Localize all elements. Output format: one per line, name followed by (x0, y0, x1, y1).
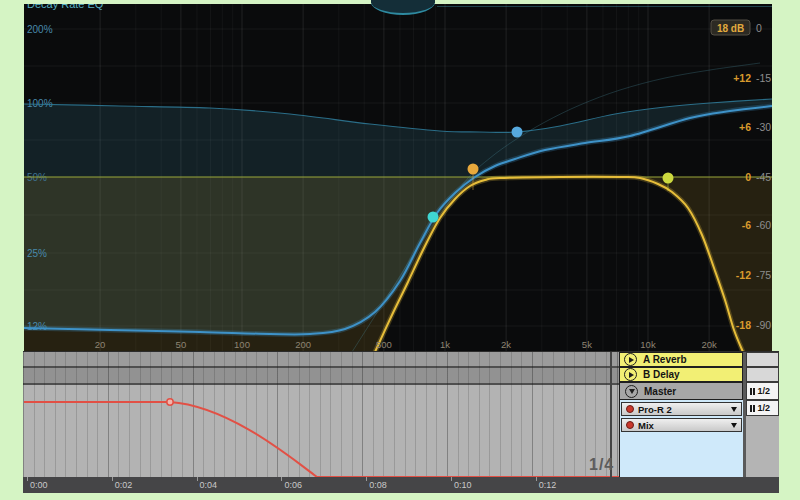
beat-value-box[interactable]: 1/2 (746, 400, 779, 416)
decay-node-low[interactable] (428, 212, 439, 223)
freq-tick-label: 200 (295, 339, 311, 350)
beat-value-label: 1/2 (758, 386, 771, 396)
ruler-time-label: 0:10 (454, 480, 472, 490)
automation-line[interactable] (24, 402, 619, 477)
parameter-chooser-mix[interactable]: Mix (621, 418, 742, 432)
freq-tick-label: 2k (501, 339, 511, 350)
track-control-box[interactable] (746, 367, 779, 382)
mix-automation-curve[interactable] (23, 352, 619, 477)
automation-breakpoint[interactable] (167, 399, 173, 405)
ableton-arrangement-view: 1/4 0:000:020:040:060:080:100:12 A Rever… (23, 351, 779, 493)
ruler-tick (536, 477, 537, 481)
ruler-time-label: 0:12 (539, 480, 557, 490)
level-tick-label: 0 (756, 22, 762, 34)
desktop: { "pro_r": { "title": "Decay Rate EQ", "… (0, 0, 800, 500)
ruler-tick (281, 477, 282, 481)
freq-tick-label: 20 (95, 339, 106, 350)
chevron-down-icon[interactable] (731, 423, 737, 428)
ruler-time-label: 0:00 (30, 480, 48, 490)
decay-tick-label: 200% (27, 24, 53, 35)
play-circle-icon[interactable] (624, 353, 637, 366)
track-header-master[interactable]: Master (619, 382, 743, 400)
freq-tick-label: 20k (701, 339, 717, 350)
bars-icon (750, 405, 755, 412)
device-chooser-pro-r2[interactable]: Pro-R 2 (621, 402, 742, 416)
ruler-time-label: 0:06 (284, 480, 302, 490)
automation-led-icon[interactable] (626, 405, 634, 413)
track-header-a-reverb[interactable]: A Reverb (619, 352, 743, 367)
track-header-b-delay[interactable]: B Delay (619, 367, 743, 382)
grid-value-indicator: 1/4 (589, 456, 614, 474)
decay-node-high[interactable] (512, 127, 523, 138)
decay-tick-label: 100% (27, 98, 53, 109)
parameter-chooser-label: Mix (638, 420, 727, 431)
freq-tick-label: 5k (582, 339, 592, 350)
ruler-tick (112, 477, 113, 481)
display-top-border (437, 6, 772, 7)
track-name: Master (644, 386, 676, 397)
chevron-down-circle-icon[interactable] (625, 385, 638, 398)
freq-tick-label: 50 (176, 339, 187, 350)
post-eq-node-high[interactable] (663, 173, 674, 184)
pro-r2-decay-rate-eq-display[interactable]: 200%100%50%25%12%20501002005001k2k5k10k2… (24, 4, 772, 352)
beat-value-label: 1/2 (758, 403, 771, 413)
ruler-tick (451, 477, 452, 481)
automation-led-icon[interactable] (626, 421, 634, 429)
display-title: Decay Rate EQ (27, 4, 104, 10)
decay-tick-label: 25% (27, 248, 47, 259)
freq-tick-label: 500 (376, 339, 392, 350)
level-tick-label: -15 (756, 72, 771, 84)
ruler-time-label: 0:08 (369, 480, 387, 490)
play-circle-icon[interactable] (624, 368, 637, 381)
bars-icon (750, 388, 755, 395)
gain-tick-label: 0 (745, 171, 751, 183)
level-tick-label: -90 (756, 319, 771, 331)
gain-tick-label: +6 (739, 121, 751, 133)
ruler-tick (27, 477, 28, 481)
level-tick-label: -45 (756, 171, 771, 183)
ruler-tick (197, 477, 198, 481)
chevron-down-icon[interactable] (731, 407, 737, 412)
gain-tick-label: -18 (736, 319, 751, 331)
panel-filler (746, 416, 779, 477)
freq-tick-label: 100 (234, 339, 250, 350)
gain-tick-label: +12 (733, 72, 751, 84)
track-control-box[interactable] (746, 352, 779, 367)
level-tick-label: -75 (756, 269, 771, 281)
level-tick-label: -30 (756, 121, 771, 133)
post-eq-node-low[interactable] (468, 164, 479, 175)
range-badge-label: 18 dB (717, 23, 744, 34)
decay-rate-eq-chart: 200%100%50%25%12%20501002005001k2k5k10k2… (24, 4, 772, 352)
gain-tick-label: -6 (742, 219, 751, 231)
freq-tick-label: 1k (440, 339, 450, 350)
track-name: A Reverb (643, 354, 687, 365)
device-chooser-label: Pro-R 2 (638, 404, 727, 415)
freq-tick-label: 10k (640, 339, 656, 350)
automation-chooser-panel: Pro-R 2 Mix (619, 400, 743, 477)
track-name: B Delay (643, 369, 680, 380)
time-ruler[interactable]: 0:000:020:040:060:080:100:12 (23, 477, 779, 493)
ruler-time-label: 0:04 (200, 480, 218, 490)
gain-tick-label: -12 (736, 269, 751, 281)
beat-value-box[interactable]: 1/2 (746, 382, 779, 400)
ruler-tick (366, 477, 367, 481)
ruler-time-label: 0:02 (115, 480, 133, 490)
level-tick-label: -60 (756, 219, 771, 231)
